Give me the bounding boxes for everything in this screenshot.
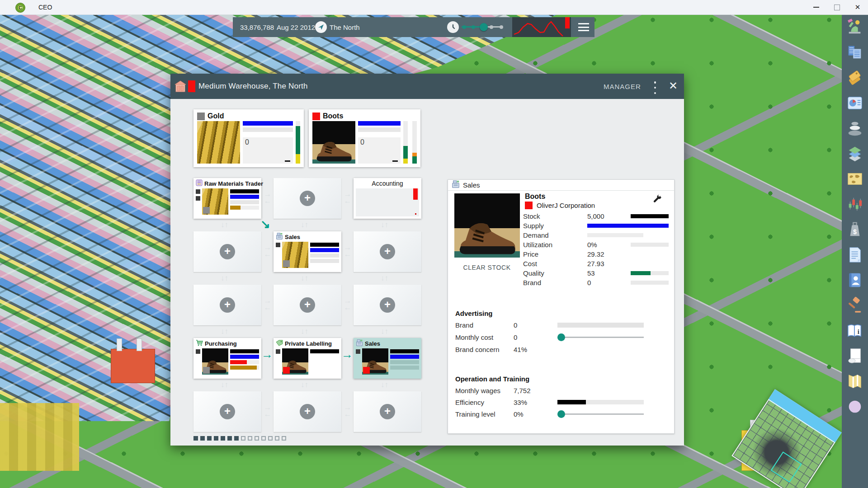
slider-knob[interactable] — [557, 333, 565, 341]
add-unit-icon[interactable]: + — [300, 297, 315, 313]
ad-budget-slider[interactable] — [557, 337, 644, 338]
link-arrows: ↓↑ — [221, 275, 228, 282]
gold-image — [197, 121, 240, 164]
panel-header: Sales — [448, 180, 674, 191]
sidebar-sphere[interactable] — [846, 398, 864, 416]
svg-text:i: i — [858, 328, 859, 335]
sidebar-report-pie[interactable] — [846, 94, 864, 112]
kebab-menu-icon[interactable] — [651, 80, 660, 95]
unit-private-labelling[interactable]: Private Labelling — [274, 338, 341, 379]
empty-unit-slot[interactable]: + — [274, 178, 341, 219]
add-unit-icon[interactable]: + — [300, 404, 315, 419]
add-unit-icon[interactable]: + — [380, 297, 395, 313]
chart-red-bar — [565, 17, 570, 28]
cart-icon — [196, 339, 203, 348]
supply-bar — [243, 121, 293, 126]
training-slider[interactable] — [557, 413, 644, 415]
page-indicator[interactable] — [193, 436, 286, 441]
sidebar-firm-buildings[interactable] — [846, 43, 864, 61]
empty-unit-slot[interactable]: + — [193, 231, 261, 272]
product-card-gold[interactable]: Gold 0 — [193, 109, 304, 167]
dialog-title: Medium Warehouse, The North — [198, 82, 308, 91]
manager-button[interactable]: MANAGER — [600, 74, 645, 99]
sidebar-money-weight[interactable]: $ — [846, 221, 864, 239]
sidebar-layers[interactable] — [846, 145, 864, 163]
product-card-boots[interactable]: Boots 0 — [309, 109, 420, 167]
clear-stock-button[interactable]: CLEAR STOCK — [456, 264, 518, 271]
empty-unit-slot[interactable]: + — [193, 391, 261, 432]
unit-sales-boots-selected[interactable]: Sales — [354, 338, 421, 379]
minimize-button[interactable] — [806, 0, 826, 14]
game-speed-slider[interactable] — [462, 26, 502, 28]
maximize-button[interactable] — [826, 0, 847, 14]
empty-unit-slot[interactable]: + — [354, 231, 421, 272]
ad-brand-row: Brand 0 — [455, 319, 654, 331]
demand-bar — [243, 127, 293, 132]
unit-raw-materials-trader[interactable]: Raw Materials Trader — [193, 178, 261, 219]
empty-unit-slot[interactable]: + — [354, 285, 421, 325]
link-arrows: ↓↑ — [301, 275, 308, 282]
link-arrows: →← — [342, 244, 353, 258]
dialog-header: Medium Warehouse, The North MANAGER ✕ — [170, 74, 684, 99]
close-window-button[interactable]: ✕ — [847, 0, 868, 14]
utilization-bar — [631, 243, 669, 247]
location-icon[interactable] — [315, 21, 327, 33]
wrench-icon[interactable] — [652, 194, 662, 206]
minimap-viewport[interactable] — [771, 451, 802, 483]
flow-arrow-labelling-to-sales: → — [341, 349, 353, 360]
empty-unit-slot[interactable]: + — [193, 285, 261, 325]
stat-row-brand: Brand 0 — [523, 278, 669, 287]
boots-photo — [454, 193, 520, 258]
clock-icon — [447, 21, 459, 33]
add-unit-icon[interactable]: + — [380, 244, 395, 259]
ad-brand-bar — [557, 323, 644, 328]
unit-sales-gold[interactable]: Sales — [274, 231, 341, 272]
link-arrows: ↓↑ — [301, 381, 308, 388]
empty-unit-slot[interactable]: + — [354, 391, 421, 432]
performance-chart[interactable] — [512, 17, 571, 37]
advertising-rows: Brand 0 Monthly cost 0 Brand concern 41% — [455, 319, 654, 356]
stat-row-price: Price 29.32 — [523, 249, 669, 259]
sidebar-wealth-stack[interactable] — [846, 119, 864, 137]
empty-unit-slot[interactable]: + — [274, 391, 341, 432]
sidebar-contacts-book[interactable] — [846, 271, 864, 289]
sidebar-auction-gavel[interactable] — [846, 296, 864, 314]
close-dialog-icon[interactable]: ✕ — [667, 80, 679, 93]
window-title: CEO — [38, 0, 52, 14]
stock-value-box: 0 — [358, 137, 401, 164]
cash-register-icon — [356, 339, 363, 348]
cash-register-icon — [276, 233, 283, 241]
factory-building — [111, 349, 155, 383]
add-unit-icon[interactable]: + — [220, 404, 235, 419]
slider-knob[interactable] — [557, 410, 565, 418]
unit-accounting[interactable]: Accounting — [354, 178, 421, 219]
game-screen: C CEO ✕ 33,876,788 Aug 22 2012 The North — [0, 0, 868, 488]
sidebar-script-scroll[interactable] — [846, 347, 864, 365]
sidebar-world-map[interactable] — [846, 170, 864, 188]
add-unit-icon[interactable]: + — [220, 244, 235, 259]
add-unit-icon[interactable]: + — [300, 191, 315, 206]
sidebar-stock-market[interactable] — [846, 195, 864, 213]
add-unit-icon[interactable]: + — [220, 297, 235, 313]
sidebar-construction-person[interactable] — [846, 18, 864, 36]
sidebar-info-manual[interactable]: i — [846, 322, 864, 340]
speed-knob[interactable] — [480, 23, 488, 31]
boots-image — [362, 348, 388, 375]
gold-image — [202, 188, 228, 215]
product-name: Gold — [208, 112, 224, 120]
warehouse-dialog: Medium Warehouse, The North MANAGER ✕ Go… — [170, 74, 684, 446]
sidebar-report-document[interactable] — [846, 246, 864, 264]
boots-image — [282, 348, 308, 375]
hamburger-menu[interactable] — [578, 23, 589, 31]
unit-purchasing[interactable]: Purchasing — [193, 338, 261, 379]
add-unit-icon[interactable]: + — [380, 404, 395, 419]
demand-bar — [587, 233, 643, 237]
sidebar-product-tags[interactable] — [846, 69, 864, 87]
city-name[interactable]: The North — [330, 23, 360, 31]
empty-unit-slot[interactable]: + — [274, 285, 341, 325]
units-grid: →← →← →← →← →← →← →← →← ↓↑ ↓↑ ↓↑ ↓↑ ↓↑ ↓… — [193, 178, 421, 432]
brand-bar — [631, 281, 669, 285]
link-arrows: →← — [342, 404, 353, 418]
tag-icon — [276, 339, 283, 348]
sidebar-city-map[interactable] — [846, 372, 864, 390]
